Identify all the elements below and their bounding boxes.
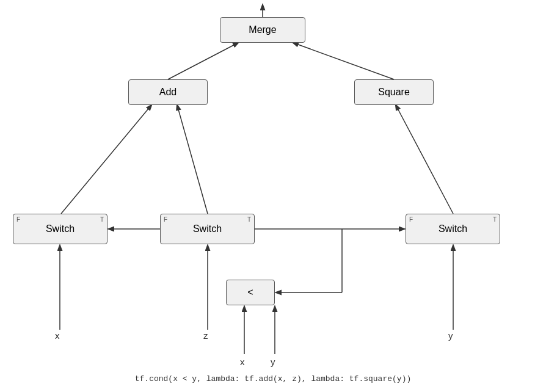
diagram-svg: x z x y y ☞ [0, 0, 546, 392]
label-z: z [203, 330, 208, 341]
less-node: < [226, 280, 275, 305]
caption: tf.cond(x < y, lambda: tf.add(x, z), lam… [135, 374, 411, 383]
label-x1: x [55, 330, 60, 341]
switch3-label: Switch [439, 223, 467, 234]
add-label: Add [159, 87, 177, 98]
switch1-label: Switch [46, 223, 75, 234]
switch1-f: F [16, 216, 20, 223]
arrow-switch2-add [177, 105, 208, 214]
switch2-label: Switch [193, 223, 222, 234]
square-label: Square [378, 87, 410, 98]
label-y2: y [448, 330, 453, 341]
switch2-node: F Switch T [160, 214, 255, 244]
merge-label: Merge [249, 24, 276, 35]
diagram-container: x z x y y ☞ Merge Add Square F Switch T … [0, 0, 546, 392]
switch1-t: T [100, 216, 104, 223]
add-node: Add [128, 79, 208, 105]
arrow-square-merge [293, 43, 394, 79]
arrow-add-merge [168, 43, 238, 79]
switch2-f: F [164, 216, 167, 223]
arrow-switch3-square [396, 105, 453, 214]
arrow-switch1-add [61, 105, 151, 214]
merge-node: Merge [220, 17, 305, 43]
switch3-node: F Switch T [406, 214, 500, 244]
square-node: Square [354, 79, 434, 105]
switch2-t: T [247, 216, 251, 223]
less-label: < [247, 287, 253, 298]
switch1-node: F Switch T [13, 214, 107, 244]
label-x2: x [240, 357, 245, 367]
label-y1: y [271, 357, 275, 367]
switch3-t: T [493, 216, 497, 223]
switch3-f: F [409, 216, 413, 223]
